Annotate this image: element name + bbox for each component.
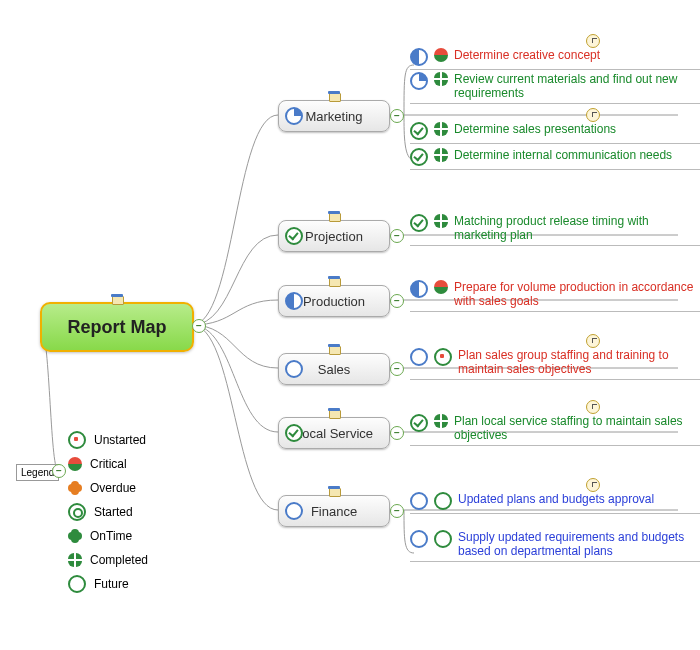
legend-item: Started [68, 500, 148, 524]
legend-item: OnTime [68, 524, 148, 548]
leaf-node[interactable]: Determine internal communication needs [410, 148, 700, 170]
underline [410, 445, 700, 446]
branch-projection[interactable]: Projection [278, 220, 390, 252]
completed-icon [434, 72, 448, 86]
progress-half-icon [410, 280, 428, 298]
leaf-node[interactable]: Updated plans and budgets approval [410, 478, 700, 514]
completed-icon [68, 553, 82, 567]
leaf-text: Updated plans and budgets approval [458, 492, 700, 506]
branch-sales[interactable]: Sales [278, 353, 390, 385]
root-title: Report Map [68, 317, 167, 338]
collapse-toggle[interactable]: − [390, 229, 404, 243]
attachment-icon [327, 92, 341, 102]
branch-marketing[interactable]: Marketing [278, 100, 390, 132]
legend-item: Unstarted [68, 428, 148, 452]
attachment-icon [110, 295, 124, 305]
unstarted-icon [434, 348, 452, 366]
underline [410, 169, 700, 170]
underline [410, 245, 700, 246]
collapse-toggle[interactable]: − [192, 319, 206, 333]
completed-icon [434, 148, 448, 162]
leaf-text: Matching product release timing with mar… [454, 214, 700, 242]
completed-icon [434, 214, 448, 228]
legend-label: Future [94, 577, 129, 591]
leaf-node[interactable]: Plan local service staffing to maintain … [410, 400, 700, 446]
collapse-toggle[interactable]: − [390, 294, 404, 308]
branch-label: Production [303, 294, 365, 309]
collapse-toggle[interactable]: − [390, 109, 404, 123]
collapse-toggle[interactable]: − [52, 464, 66, 478]
progress-empty-icon [410, 492, 428, 510]
legend-item: Future [68, 572, 148, 596]
legend-label: Started [94, 505, 133, 519]
collapse-toggle[interactable]: − [390, 504, 404, 518]
attachment-icon [327, 212, 341, 222]
leaf-node[interactable]: Determine sales presentations [410, 108, 700, 144]
underline [410, 103, 700, 104]
progress-quarter-icon [410, 72, 428, 90]
legend-label: Critical [90, 457, 127, 471]
attachment-icon [327, 277, 341, 287]
progress-empty-icon [410, 348, 428, 366]
leaf-node[interactable]: Supply updated requirements and budgets … [410, 530, 700, 562]
branch-label: Marketing [305, 109, 362, 124]
leaf-text: Supply updated requirements and budgets … [458, 530, 700, 558]
future-icon [434, 492, 452, 510]
unstarted-icon [68, 431, 86, 449]
leaf-text: Determine sales presentations [454, 122, 700, 136]
progress-done-icon [410, 148, 428, 166]
attachment-icon [327, 409, 341, 419]
completed-icon [434, 414, 448, 428]
underline [410, 561, 700, 562]
branch-production[interactable]: Production [278, 285, 390, 317]
collapse-toggle[interactable]: − [390, 362, 404, 376]
leaf-node[interactable]: Matching product release timing with mar… [410, 214, 700, 246]
future-icon [68, 575, 86, 593]
progress-done-icon [410, 122, 428, 140]
clock-icon [586, 334, 600, 348]
attachment-icon [327, 345, 341, 355]
leaf-node[interactable]: Plan sales group staffing and training t… [410, 334, 700, 380]
legend-item: Overdue [68, 476, 148, 500]
clock-icon [586, 34, 600, 48]
underline [410, 69, 700, 70]
leaf-text: Determine internal communication needs [454, 148, 700, 162]
branch-label: Projection [305, 229, 363, 244]
progress-empty-icon [410, 530, 428, 548]
branch-local-service[interactable]: Local Service [278, 417, 390, 449]
clock-icon [586, 400, 600, 414]
legend-label: OnTime [90, 529, 132, 543]
root-node[interactable]: Report Map [40, 302, 194, 352]
future-icon [434, 530, 452, 548]
started-icon [68, 503, 86, 521]
progress-done-icon [285, 227, 303, 245]
branch-finance[interactable]: Finance [278, 495, 390, 527]
critical-icon [434, 48, 448, 62]
branch-label: Local Service [295, 426, 373, 441]
overdue-icon [68, 481, 82, 495]
clock-icon [586, 108, 600, 122]
collapse-toggle[interactable]: − [390, 426, 404, 440]
leaf-text: Plan sales group staffing and training t… [458, 348, 700, 376]
legend-title: Legend [21, 467, 54, 478]
attachment-icon [327, 487, 341, 497]
legend-label: Completed [90, 553, 148, 567]
underline [410, 513, 700, 514]
progress-half-icon [410, 48, 428, 66]
leaf-node[interactable]: Determine creative concept [410, 34, 700, 70]
leaf-text: Determine creative concept [454, 48, 700, 62]
legend-item: Completed [68, 548, 148, 572]
underline [410, 311, 700, 312]
branch-label: Finance [311, 504, 357, 519]
leaf-node[interactable]: Prepare for volume production in accorda… [410, 280, 700, 312]
leaf-node[interactable]: Review current materials and find out ne… [410, 72, 700, 104]
leaf-text: Plan local service staffing to maintain … [454, 414, 700, 442]
legend-label: Unstarted [94, 433, 146, 447]
progress-quarter-icon [285, 107, 303, 125]
progress-done-icon [285, 424, 303, 442]
leaf-text: Review current materials and find out ne… [454, 72, 700, 100]
completed-icon [434, 122, 448, 136]
progress-empty-icon [285, 360, 303, 378]
progress-half-icon [285, 292, 303, 310]
legend-item: Critical [68, 452, 148, 476]
